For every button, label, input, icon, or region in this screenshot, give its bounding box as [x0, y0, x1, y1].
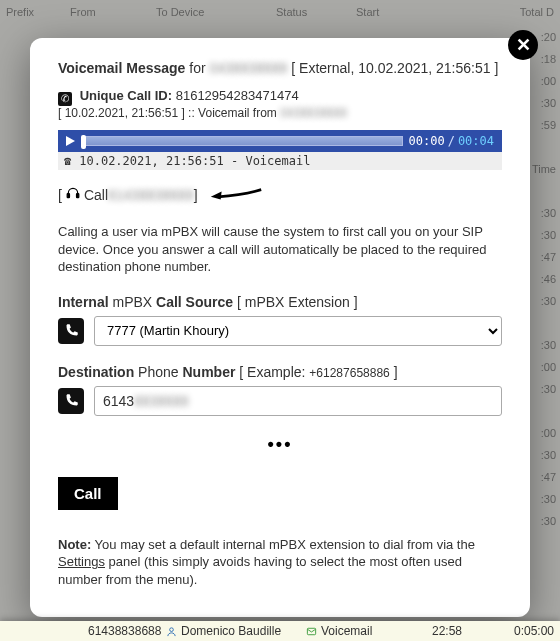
- phone-icon: ☎: [64, 154, 71, 168]
- svg-point-4: [170, 627, 174, 631]
- voicemail-modal: ✕ Voicemail Message for 0438838688 [ Ext…: [30, 38, 530, 617]
- user-icon: [166, 626, 177, 637]
- audio-seek-track[interactable]: [83, 136, 403, 146]
- annotation-arrow: [208, 186, 264, 207]
- row-duration: 0:05:00: [462, 624, 554, 638]
- row-number: 61438838688: [88, 624, 161, 638]
- call-source-label: Internal mPBX Call Source [ mPBX Extensi…: [58, 294, 502, 310]
- phone-square-icon-2: [58, 388, 84, 414]
- more-dots[interactable]: •••: [58, 434, 502, 455]
- mail-icon: [306, 626, 317, 637]
- svg-rect-0: [67, 194, 69, 198]
- play-button[interactable]: [66, 136, 75, 146]
- modal-title: Voicemail Message for 0438838688 [ Exter…: [58, 60, 502, 76]
- note-text: Note: You may set a default internal mPB…: [58, 536, 502, 589]
- settings-link[interactable]: Settings: [58, 554, 105, 569]
- audio-seek-handle[interactable]: [81, 135, 86, 149]
- unique-call-id: ✆ Unique Call ID: 81612954283471474: [58, 88, 502, 104]
- audio-player: 00:00 / 00:04: [58, 130, 502, 152]
- call-number[interactable]: 61438838688: [108, 187, 194, 203]
- audio-time-current: 00:00: [409, 134, 445, 148]
- destination-input[interactable]: 61438838688: [94, 386, 502, 416]
- table-row[interactable]: 61438838688 Domenico Baudille Voicemail …: [0, 621, 560, 641]
- row-start: 22:58: [402, 624, 462, 638]
- phone-flip-icon: ✆: [58, 92, 72, 106]
- voicemail-from-line: [ 10.02.2021, 21:56:51 ] :: Voicemail fr…: [58, 106, 502, 120]
- destination-label: Destination Phone Number [ Example: +612…: [58, 364, 502, 380]
- close-button[interactable]: ✕: [508, 30, 538, 60]
- caller-number: 0438838688: [210, 60, 288, 76]
- call-explanation: Calling a user via mPBX will cause the s…: [58, 223, 502, 276]
- call-link-line: [ Call 61438838688 ]: [58, 184, 502, 205]
- phone-square-icon: [58, 318, 84, 344]
- svg-rect-1: [76, 194, 78, 198]
- headset-icon: [66, 186, 80, 203]
- audio-time-total: 00:04: [458, 134, 494, 148]
- row-name: Domenico Baudille: [181, 624, 281, 638]
- call-button[interactable]: Call: [58, 477, 118, 510]
- download-row[interactable]: ☎ 10.02.2021, 21:56:51 - Voicemail: [58, 152, 502, 170]
- row-status: Voicemail: [321, 624, 372, 638]
- call-source-select[interactable]: 7777 (Martin Khoury): [94, 316, 502, 346]
